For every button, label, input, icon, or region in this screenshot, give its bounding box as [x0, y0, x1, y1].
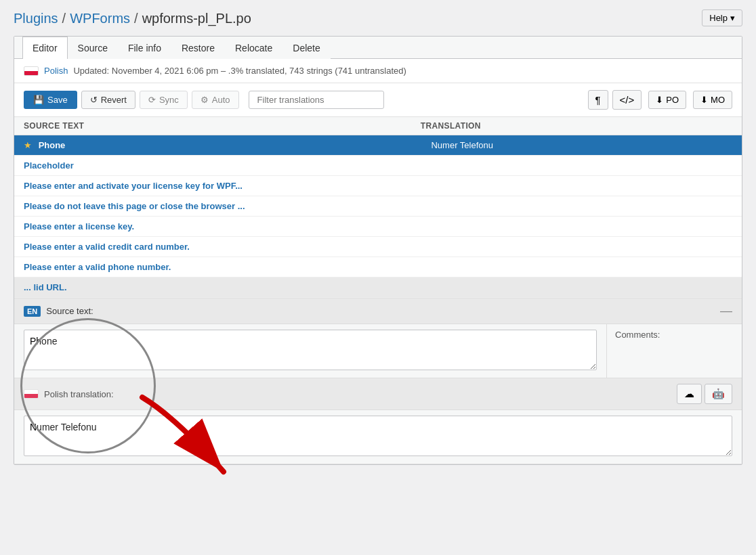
comments-label: Comments:	[615, 330, 660, 340]
minimize-icon[interactable]: —	[720, 304, 732, 318]
tab-source[interactable]: Source	[68, 37, 118, 59]
table-row[interactable]: Please do not leave this page or close t…	[14, 196, 742, 217]
translation-column-header: Translation	[421, 121, 732, 131]
upload-cloud-icon: ☁	[684, 388, 694, 399]
tab-restore[interactable]: Restore	[171, 37, 225, 59]
source-text: Placeholder	[24, 160, 74, 171]
star-icon: ★	[24, 140, 32, 150]
translation-cell	[421, 278, 742, 297]
main-container: Editor Source File info Restore Relocate…	[14, 36, 742, 465]
translation-cell	[421, 217, 742, 236]
table-header: Source text Translation	[14, 117, 742, 135]
breadcrumb-wpforms[interactable]: WPForms	[70, 11, 130, 26]
breadcrumb-file: wpforms-pl_PL.po	[142, 11, 251, 26]
revert-label: Revert	[101, 95, 127, 105]
sync-button[interactable]: ⟳ Sync	[140, 91, 188, 109]
pilcrow-button[interactable]: ¶	[588, 90, 608, 110]
save-label: Save	[47, 95, 68, 105]
polish-label: Polish translation:	[44, 389, 114, 399]
breadcrumb: Plugins / WPForms / wpforms-pl_PL.po	[14, 11, 742, 26]
table-row[interactable]: Please enter a valid phone number.	[14, 257, 742, 278]
comments-panel: Comments:	[606, 324, 742, 378]
translation-cell	[421, 237, 742, 257]
download-mo-button[interactable]: ⬇ MO	[693, 91, 732, 109]
filter-input[interactable]	[249, 91, 384, 109]
robot-icon: 🤖	[712, 388, 725, 399]
sync-icon: ⟳	[148, 95, 156, 105]
sync-label: Sync	[159, 95, 179, 105]
source-label: Source text:	[46, 306, 93, 316]
status-bar: Polish Updated: November 4, 2021 6:06 pm…	[14, 59, 742, 83]
table-row[interactable]: Please enter a license key.	[14, 217, 742, 237]
table-row[interactable]: ... lid URL.	[14, 278, 742, 298]
tab-delete[interactable]: Delete	[282, 37, 330, 59]
code-icon: </>	[620, 94, 635, 106]
help-label: Help	[709, 13, 728, 23]
source-text: Please enter a valid phone number.	[24, 262, 171, 272]
breadcrumb-plugins[interactable]: Plugins	[14, 11, 58, 26]
polish-textarea[interactable]	[24, 416, 732, 456]
source-text: ... lid URL.	[24, 282, 67, 292]
source-text: Please enter a valid credit card number.	[24, 242, 190, 252]
code-button[interactable]: </>	[612, 90, 642, 110]
upload-cloud-button[interactable]: ☁	[677, 384, 702, 404]
source-text: Please enter a license key.	[24, 221, 134, 231]
status-text: Updated: November 4, 2021 6:06 pm – .3% …	[73, 66, 406, 76]
polish-flag	[24, 66, 39, 76]
robot-button[interactable]: 🤖	[705, 384, 732, 404]
source-text: Please enter and activate your license k…	[24, 181, 243, 191]
source-text: Phone	[39, 140, 66, 150]
revert-button[interactable]: ↺ Revert	[81, 91, 135, 109]
auto-icon: ⚙	[201, 95, 209, 105]
source-cell: Please enter a valid phone number.	[14, 257, 421, 277]
source-cell: ... lid URL.	[14, 278, 421, 297]
auto-label: Auto	[212, 95, 230, 105]
pilcrow-icon: ¶	[595, 94, 601, 106]
translation-cell	[421, 156, 742, 175]
revert-icon: ↺	[90, 95, 98, 105]
polish-translation-header: Polish translation: ☁ 🤖	[14, 378, 742, 410]
source-cell: Please enter a license key.	[14, 217, 421, 236]
tab-fileinfo[interactable]: File info	[118, 37, 171, 59]
download-po-icon: ⬇	[656, 95, 663, 105]
tabs-bar: Editor Source File info Restore Relocate…	[14, 37, 742, 59]
polish-actions: ☁ 🤖	[677, 384, 732, 404]
download-mo-icon: ⬇	[700, 95, 708, 105]
tab-editor[interactable]: Editor	[22, 37, 68, 59]
toolbar: 💾 Save ↺ Revert ⟳ Sync ⚙ Auto ¶ </>	[14, 83, 742, 117]
translation-cell	[421, 176, 742, 196]
edit-section: EN Source text: — Comments: Polish trans…	[14, 298, 742, 464]
download-po-button[interactable]: ⬇ PO	[648, 91, 686, 109]
source-text-header: EN Source text: —	[14, 298, 742, 324]
help-chevron-icon: ▾	[730, 13, 735, 23]
source-cell: Placeholder	[14, 156, 421, 175]
table-row[interactable]: Please enter and activate your license k…	[14, 176, 742, 196]
download-po-label: PO	[666, 95, 679, 105]
download-mo-label: MO	[711, 95, 725, 105]
breadcrumb-sep2: /	[134, 11, 138, 26]
breadcrumb-sep1: /	[62, 11, 66, 26]
table-row[interactable]: Please enter a valid credit card number.	[14, 237, 742, 257]
table-row[interactable]: ★ Phone Numer Telefonu	[14, 135, 742, 156]
translation-cell	[421, 257, 742, 277]
translation-cell: Numer Telefonu	[421, 135, 742, 155]
polish-textarea-container	[14, 410, 742, 464]
polish-flag-edit	[24, 389, 39, 399]
source-textarea-container	[14, 324, 606, 378]
source-cell: Please enter a valid credit card number.	[14, 237, 421, 257]
language-name: Polish	[44, 66, 68, 76]
source-cell: Please enter and activate your license k…	[14, 176, 421, 196]
save-button[interactable]: 💾 Save	[24, 91, 77, 109]
polish-section-left: Polish translation:	[24, 389, 114, 399]
translation-cell	[421, 196, 742, 216]
save-disk-icon: 💾	[33, 95, 44, 105]
auto-button[interactable]: ⚙ Auto	[192, 91, 239, 109]
tab-relocate[interactable]: Relocate	[225, 37, 282, 59]
source-column-header: Source text	[24, 121, 421, 131]
source-textarea[interactable]	[24, 330, 597, 370]
translation-list: ★ Phone Numer Telefonu Placeholder Pleas…	[14, 135, 742, 298]
source-cell: ★ Phone	[14, 135, 421, 155]
table-row[interactable]: Placeholder	[14, 156, 742, 176]
source-text: Please do not leave this page or close t…	[24, 201, 245, 211]
help-button[interactable]: Help ▾	[702, 9, 742, 26]
